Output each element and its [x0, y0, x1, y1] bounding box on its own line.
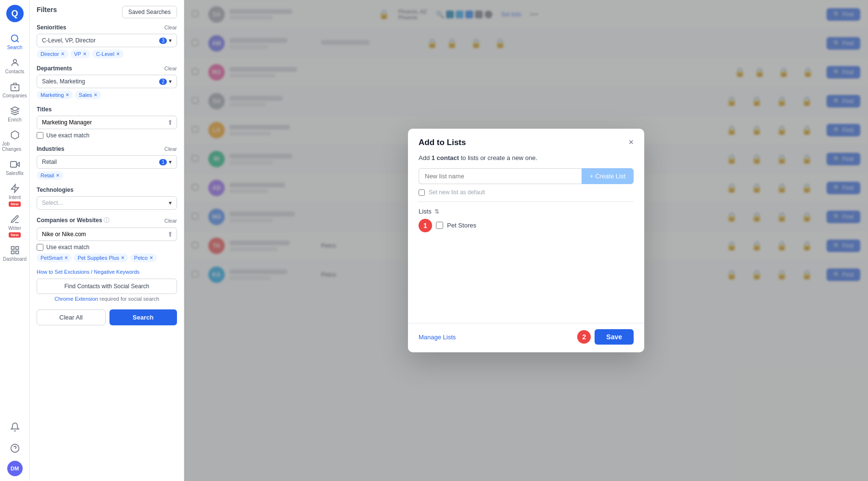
footer-actions: 2 Save [577, 329, 634, 345]
modal-close-button[interactable]: × [628, 137, 634, 147]
sidebar-item-salesflix[interactable]: Salesflix [0, 156, 29, 180]
tag-director[interactable]: Director × [37, 50, 68, 58]
seniorities-tags: Director × VP × C-Level × [37, 50, 177, 58]
departments-value: Sales, Marketing [42, 78, 85, 85]
remove-retail-icon[interactable]: × [56, 172, 59, 179]
tag-petco[interactable]: Petco × [130, 254, 157, 262]
titles-exact-match-checkbox[interactable] [37, 132, 43, 139]
remove-clevel-icon[interactable]: × [116, 51, 120, 57]
sidebar-bottom: DM [7, 418, 23, 476]
tag-pet-supplies[interactable]: Pet Supplies Plus × [74, 254, 128, 262]
industries-clear[interactable]: Clear [164, 146, 177, 152]
tag-petsmart[interactable]: PetSmart × [37, 254, 72, 262]
sidebar: Q Search Contacts Companies Enrich Job C… [0, 0, 30, 481]
pet-stores-label: Pet Stores [447, 222, 476, 229]
tag-clevel[interactable]: C-Level × [92, 50, 123, 58]
list-item-pet-stores: Pet Stores [436, 219, 634, 232]
seniorities-count: 3 [159, 38, 167, 44]
saved-searches-button[interactable]: Saved Searches [122, 6, 177, 18]
tag-marketing[interactable]: Marketing × [37, 91, 73, 99]
remove-director-icon[interactable]: × [61, 51, 65, 57]
save-button[interactable]: Save [595, 329, 634, 345]
titles-input[interactable] [37, 116, 177, 129]
lists-sort-icon[interactable]: ⇅ [434, 208, 439, 215]
tag-retail[interactable]: Retail × [37, 171, 63, 180]
create-list-button[interactable]: + Create List [582, 168, 634, 184]
industries-section: Industries Clear Retail 1 ▾ Retail × [37, 146, 177, 180]
departments-dropdown[interactable]: Sales, Marketing 2 ▾ [37, 75, 177, 88]
industries-count: 1 [159, 159, 167, 165]
manage-lists-link[interactable]: Manage Lists [419, 334, 456, 341]
sidebar-item-intent[interactable]: Intent New [0, 180, 29, 211]
help-button[interactable] [7, 440, 23, 457]
companies-upload-icon[interactable]: ⬆ [167, 230, 173, 238]
seniorities-dropdown[interactable]: C-Level, VP, Director 3 ▾ [37, 34, 177, 47]
upload-icon[interactable]: ⬆ [167, 119, 173, 126]
app-logo[interactable]: Q [6, 5, 24, 22]
companies-exact-match-checkbox[interactable] [37, 244, 43, 251]
remove-marketing-icon[interactable]: × [66, 92, 69, 98]
titles-section: Titles ⬆ Use exact match [37, 106, 177, 139]
sidebar-label-salesflix: Salesflix [6, 171, 24, 176]
remove-petsmart-icon[interactable]: × [65, 254, 68, 261]
sidebar-item-dashboard[interactable]: Dashboard [0, 241, 29, 266]
sidebar-label-writer: Writer [8, 226, 21, 231]
step1-badge: 1 [419, 219, 432, 232]
companies-input-container: ⬆ [37, 227, 177, 241]
svg-rect-10 [15, 251, 18, 254]
titles-label: Titles [37, 106, 52, 113]
remove-vp-icon[interactable]: × [83, 51, 86, 57]
titles-exact-match-label: Use exact match [46, 132, 89, 139]
sidebar-item-companies[interactable]: Companies [0, 78, 29, 102]
sidebar-label-contacts: Contacts [5, 69, 24, 74]
writer-new-badge: New [9, 232, 20, 238]
departments-arrow-icon: ▾ [169, 78, 172, 85]
intent-new-badge: New [9, 201, 20, 207]
sidebar-item-search[interactable]: Search [0, 30, 29, 54]
search-button[interactable]: Search [109, 309, 177, 325]
notifications-button[interactable] [7, 418, 23, 436]
bottom-buttons: Clear All Search [37, 309, 177, 325]
set-default-row: Set new list as default [419, 189, 634, 196]
seniorities-arrow-icon: ▾ [169, 37, 172, 44]
lists-section-header: Lists ⇅ [419, 201, 634, 215]
sidebar-label-companies: Companies [2, 93, 27, 98]
remove-sales-icon[interactable]: × [94, 92, 97, 98]
tag-vp[interactable]: VP × [70, 50, 91, 58]
remove-petco-icon[interactable]: × [149, 254, 153, 261]
lists-label: Lists [419, 208, 432, 215]
modal-title: Add to Lists [419, 138, 466, 147]
industries-dropdown[interactable]: Retail 1 ▾ [37, 155, 177, 169]
user-avatar[interactable]: DM [7, 461, 23, 476]
sidebar-item-writer[interactable]: Writer New [0, 211, 29, 241]
technologies-placeholder: Select... [42, 200, 63, 206]
companies-exact-match-label: Use exact match [46, 244, 89, 251]
tag-sales[interactable]: Sales × [75, 91, 101, 99]
clear-all-button[interactable]: Clear All [37, 309, 106, 325]
remove-pet-supplies-icon[interactable]: × [121, 254, 124, 261]
filters-panel: Filters Saved Searches Seniorities Clear… [30, 0, 184, 481]
sidebar-label-intent: Intent [9, 195, 21, 200]
companies-tags: PetSmart × Pet Supplies Plus × Petco × [37, 254, 177, 262]
sidebar-item-enrich[interactable]: Enrich [0, 102, 29, 126]
companies-clear[interactable]: Clear [164, 218, 177, 224]
departments-clear[interactable]: Clear [164, 66, 177, 71]
modal-body: Add 1 contact to lists or create a new o… [408, 154, 644, 323]
modal-description: Add 1 contact to lists or create a new o… [419, 154, 634, 161]
how-to-link[interactable]: How to Set Exclusions / Negative Keyword… [37, 269, 177, 275]
companies-input[interactable] [37, 227, 177, 241]
chrome-ext-link[interactable]: Chrome Extension [54, 296, 98, 302]
sidebar-label-job-changes: Job Changes [2, 141, 27, 152]
sidebar-item-contacts[interactable]: Contacts [0, 54, 29, 78]
seniorities-clear[interactable]: Clear [164, 25, 177, 30]
technologies-dropdown[interactable]: Select... ▾ [37, 196, 177, 210]
find-contacts-social-button[interactable]: Find Contacts with Social Search [37, 279, 177, 294]
set-default-checkbox[interactable] [419, 189, 425, 196]
new-list-name-input[interactable] [419, 168, 582, 184]
sidebar-label-search: Search [7, 45, 23, 50]
pet-stores-checkbox[interactable] [436, 222, 443, 229]
step2-badge: 2 [577, 330, 591, 344]
seniorities-label: Seniorities [37, 24, 66, 31]
sidebar-item-job-changes[interactable]: Job Changes [0, 126, 29, 156]
add-to-lists-modal: Add to Lists × Add 1 contact to lists or… [408, 129, 644, 352]
